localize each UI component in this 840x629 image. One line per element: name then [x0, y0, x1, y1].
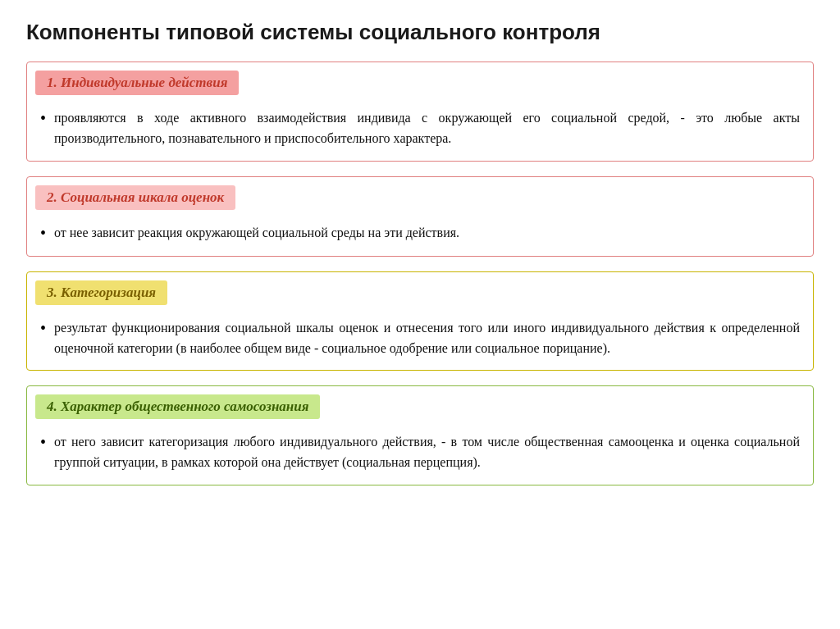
component-header-3: 3. Категоризация	[35, 280, 167, 305]
bullet-text-4: от него зависит категоризация любого инд…	[54, 432, 800, 473]
component-header-4: 4. Характер общественного самосознания	[35, 394, 320, 419]
bullet-icon-2: •	[40, 221, 46, 244]
component-2: 2. Социальная шкала оценок•от нее зависи…	[26, 176, 814, 257]
bullet-icon-4: •	[40, 431, 46, 454]
page-title: Компоненты типовой системы социального к…	[26, 20, 814, 45]
component-header-1: 1. Индивидуальные действия	[35, 71, 239, 95]
bullet-text-3: результат функционирования социальной шк…	[54, 318, 800, 359]
bullet-icon-1: •	[40, 107, 46, 130]
bullet-text-2: от нее зависит реакция окружающей социал…	[54, 223, 459, 244]
component-header-2: 2. Социальная шкала оценок	[35, 185, 235, 210]
component-3: 3. Категоризация•результат функционирова…	[26, 271, 814, 371]
component-1: 1. Индивидуальные действия•проявляются в…	[26, 62, 814, 162]
bullet-icon-3: •	[40, 317, 46, 340]
bullet-text-1: проявляются в ходе активного взаимодейст…	[54, 108, 800, 149]
component-4: 4. Характер общественного самосознания•о…	[26, 385, 814, 485]
